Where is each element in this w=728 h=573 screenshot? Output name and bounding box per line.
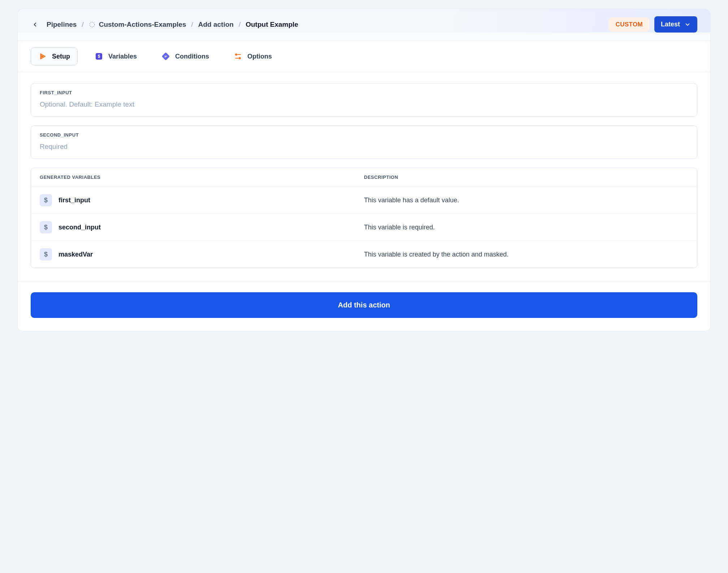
breadcrumb-pipelines[interactable]: Pipelines <box>47 21 77 29</box>
breadcrumb-separator: / <box>239 21 240 29</box>
tab-variables[interactable]: $ Variables <box>87 47 144 65</box>
generated-var-desc: This variable has a default value. <box>364 197 688 204</box>
back-icon[interactable] <box>31 20 39 29</box>
generated-var-name: first_input <box>58 197 90 204</box>
breadcrumb-repo-label: Custom-Actions-Examples <box>99 21 186 29</box>
breadcrumb-repo[interactable]: Custom-Actions-Examples <box>89 21 186 29</box>
tab-setup-label: Setup <box>52 53 70 60</box>
footer: Add this action <box>18 281 710 331</box>
breadcrumb-add-action[interactable]: Add action <box>198 21 234 29</box>
tab-variables-label: Variables <box>108 53 137 60</box>
conditions-icon: IF <box>161 52 170 61</box>
dollar-icon: $ <box>40 194 52 206</box>
action-config-card: Pipelines / Custom-Actions-Examples / Ad… <box>17 9 711 331</box>
generated-variables-table: GENERATED VARIABLES DESCRIPTION $ first_… <box>31 168 697 268</box>
content-area: FIRST_INPUT SECOND_INPUT GENERATED VARIA… <box>18 72 710 268</box>
chevron-down-icon <box>684 21 691 28</box>
breadcrumb-separator: / <box>191 21 193 29</box>
svg-point-7 <box>235 53 237 56</box>
col-header-name: GENERATED VARIABLES <box>40 175 364 180</box>
table-row: $ maskedVar This variable is created by … <box>31 241 697 268</box>
first-input-label: FIRST_INPUT <box>40 90 688 95</box>
dollar-icon: $ <box>40 248 52 260</box>
svg-rect-10 <box>235 58 239 59</box>
table-row: $ second_input This variable is required… <box>31 214 697 241</box>
play-icon <box>38 52 47 61</box>
second-input-label: SECOND_INPUT <box>40 132 688 138</box>
second-input-field[interactable] <box>40 143 688 151</box>
custom-badge: CUSTOM <box>609 17 649 32</box>
tab-conditions[interactable]: IF Conditions <box>154 47 217 65</box>
generated-var-desc: This variable is required. <box>364 224 688 231</box>
svg-marker-1 <box>40 53 46 59</box>
field-second-input: SECOND_INPUT <box>31 125 697 159</box>
dollar-icon: $ <box>40 221 52 233</box>
version-label: Latest <box>661 21 680 28</box>
tab-setup[interactable]: Setup <box>31 47 78 65</box>
first-input-field[interactable] <box>40 100 688 108</box>
tabs-bar: Setup $ Variables IF Conditions Options <box>18 40 710 72</box>
svg-rect-8 <box>237 54 241 55</box>
options-icon <box>234 52 242 61</box>
svg-text:IF: IF <box>165 55 167 58</box>
generated-var-name: maskedVar <box>58 251 93 258</box>
svg-point-9 <box>239 57 241 59</box>
add-this-action-button[interactable]: Add this action <box>31 292 697 318</box>
generated-var-desc: This variable is created by the action a… <box>364 251 688 258</box>
breadcrumb-current: Output Example <box>246 21 298 29</box>
version-dropdown[interactable]: Latest <box>654 16 697 33</box>
card-header: Pipelines / Custom-Actions-Examples / Ad… <box>18 9 710 33</box>
svg-point-0 <box>90 22 95 27</box>
header-actions: CUSTOM Latest <box>609 16 697 33</box>
breadcrumb-separator: / <box>82 21 83 29</box>
generated-variables-header: GENERATED VARIABLES DESCRIPTION <box>31 168 697 187</box>
repo-dashed-circle-icon <box>89 21 95 28</box>
tab-options[interactable]: Options <box>226 47 280 65</box>
table-row: $ first_input This variable has a defaul… <box>31 187 697 214</box>
variables-icon: $ <box>95 52 103 61</box>
tab-options-label: Options <box>247 53 272 60</box>
generated-var-name: second_input <box>58 224 101 231</box>
tab-conditions-label: Conditions <box>175 53 209 60</box>
svg-text:$: $ <box>98 54 100 59</box>
field-first-input: FIRST_INPUT <box>31 83 697 117</box>
col-header-desc: DESCRIPTION <box>364 175 688 180</box>
breadcrumb: Pipelines / Custom-Actions-Examples / Ad… <box>31 20 298 29</box>
